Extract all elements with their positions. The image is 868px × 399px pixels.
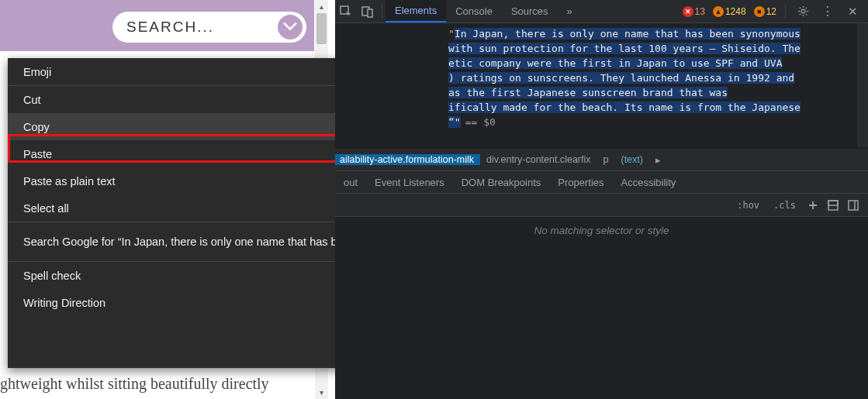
divider <box>382 5 382 19</box>
error-count-badge[interactable]: ✕13 <box>680 6 707 17</box>
menu-item-label: Emoji <box>23 66 51 78</box>
page-header <box>0 0 314 51</box>
menu-item-label: Paste as plain text <box>23 175 116 187</box>
tab-sources[interactable]: Sources <box>502 0 558 22</box>
dom-breadcrumb[interactable]: ailability-active.formulation-milk div.e… <box>335 149 868 170</box>
devtools-panel: Elements Console Sources » ✕13 ▲1248 ■12… <box>335 0 868 399</box>
cls-toggle-button[interactable]: .cls <box>769 198 800 212</box>
divider <box>785 5 786 19</box>
menu-item-label: Paste <box>23 148 52 160</box>
inspect-element-icon[interactable] <box>335 1 357 22</box>
svg-point-3 <box>801 9 805 13</box>
device-toggle-icon[interactable] <box>357 1 379 22</box>
tab-dom-breakpoints[interactable]: DOM Breakpoints <box>453 177 550 188</box>
menu-item-label: Select all <box>23 202 69 215</box>
scroll-down-arrow[interactable]: ▾ <box>315 386 328 399</box>
svg-rect-2 <box>368 9 372 17</box>
menu-item-label: Writing Direction <box>23 297 105 309</box>
devtools-tabs: Elements Console Sources » <box>386 0 582 22</box>
warning-count-badge[interactable]: ▲1248 <box>711 6 749 17</box>
article-text-fragment: ghtweight whilst sitting beautifully dir… <box>0 372 322 395</box>
tabs-overflow-icon[interactable]: » <box>558 0 582 22</box>
breadcrumb-item[interactable]: ailability-active.formulation-milk <box>335 154 480 165</box>
gear-icon[interactable] <box>792 1 814 22</box>
panel-layout-icon[interactable] <box>846 198 860 212</box>
scroll-thumb[interactable] <box>316 13 327 44</box>
menu-item-label: Spell check <box>23 270 81 282</box>
breadcrumb-item[interactable]: div.entry-content.clearfix <box>480 154 597 165</box>
tab-layout[interactable]: out <box>335 177 366 188</box>
no-matching-selector-message: No matching selector or style <box>335 225 868 236</box>
hov-toggle-button[interactable]: :hov <box>733 198 763 212</box>
svg-rect-6 <box>849 201 858 210</box>
sidebar-tabs: out Event Listeners DOM Breakpoints Prop… <box>335 170 868 194</box>
breadcrumb-item[interactable]: (text) <box>614 154 648 165</box>
menu-item-label: Copy <box>23 121 50 133</box>
kebab-menu-icon[interactable]: ⋮ <box>817 1 839 22</box>
svg-rect-5 <box>828 201 838 205</box>
search-box[interactable] <box>112 12 306 43</box>
tab-console[interactable]: Console <box>446 0 502 22</box>
breadcrumb-scroll-right-icon[interactable]: ▸ <box>649 154 667 166</box>
computed-toggle-icon[interactable] <box>826 198 840 212</box>
styles-toolbar: :hov .cls <box>335 194 868 217</box>
close-icon[interactable]: ✕ <box>842 1 863 22</box>
devtools-toolbar: Elements Console Sources » ✕13 ▲1248 ■12… <box>335 0 868 23</box>
chevron-down-icon <box>283 20 297 34</box>
issues-count-badge[interactable]: ■12 <box>752 6 779 17</box>
elements-tree[interactable]: "In Japan, there is only one name that h… <box>335 23 868 147</box>
tab-properties[interactable]: Properties <box>549 177 612 188</box>
tab-event-listeners[interactable]: Event Listeners <box>366 177 453 188</box>
tab-elements[interactable]: Elements <box>386 0 446 22</box>
menu-item-label: Search Google for “In Japan, there is on… <box>23 236 371 248</box>
breadcrumb-item[interactable]: p <box>597 154 615 165</box>
search-submit-button[interactable] <box>278 15 303 40</box>
new-style-rule-icon[interactable] <box>806 198 820 212</box>
menu-item-label: Cut <box>23 94 41 106</box>
search-input[interactable] <box>126 19 266 36</box>
elements-scrollbar[interactable] <box>857 23 868 147</box>
scroll-up-arrow[interactable]: ▴ <box>315 0 328 13</box>
tab-accessibility[interactable]: Accessibility <box>613 177 685 188</box>
